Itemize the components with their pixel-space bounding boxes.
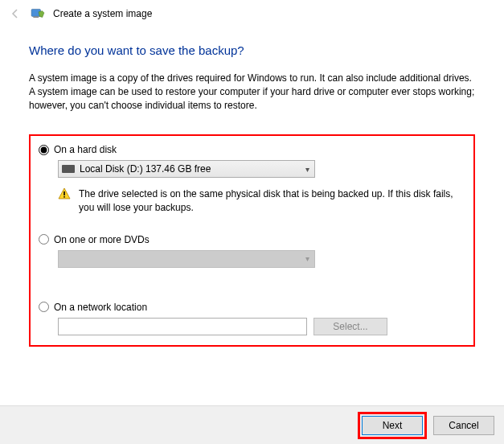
label-hard-disk: On a hard disk (54, 144, 117, 155)
drive-icon (62, 165, 75, 173)
chevron-down-icon: ▾ (305, 254, 309, 263)
radio-network[interactable] (39, 302, 49, 312)
select-network-button: Select... (313, 318, 387, 335)
label-network: On a network location (54, 302, 147, 313)
option-dvd[interactable]: On one or more DVDs (39, 234, 465, 245)
content-area: Where do you want to save the backup? A … (0, 27, 504, 355)
shield-monitor-icon (31, 6, 45, 21)
next-button[interactable]: Next (362, 416, 423, 435)
cancel-button[interactable]: Cancel (433, 416, 494, 435)
radio-hard-disk[interactable] (39, 145, 49, 155)
option-network[interactable]: On a network location (39, 302, 465, 313)
page-description: A system image is a copy of the drives r… (29, 72, 475, 112)
dvd-select-dropdown: ▾ (58, 250, 315, 268)
warning-text: The drive selected is on the same physic… (79, 187, 465, 215)
radio-dvd[interactable] (39, 234, 49, 245)
svg-rect-3 (64, 196, 65, 198)
label-dvd: On one or more DVDs (54, 234, 150, 245)
svg-rect-2 (64, 191, 65, 195)
back-arrow-icon[interactable] (8, 6, 23, 21)
drive-select-dropdown[interactable]: Local Disk (D:) 137.46 GB free ▾ (58, 160, 315, 178)
network-path-input[interactable] (58, 318, 307, 335)
svg-rect-1 (33, 16, 39, 18)
options-panel: On a hard disk Local Disk (D:) 137.46 GB… (29, 134, 475, 347)
window-title: Create a system image (53, 8, 152, 19)
warning-icon (58, 187, 71, 200)
chevron-down-icon: ▾ (305, 165, 309, 174)
network-location-row: Select... (58, 318, 465, 335)
warning-row: The drive selected is on the same physic… (58, 187, 465, 215)
drive-select-value: Local Disk (D:) 137.46 GB free (80, 163, 311, 175)
next-highlight: Next (358, 412, 427, 439)
footer-bar: Next Cancel (0, 405, 504, 444)
page-heading: Where do you want to save the backup? (29, 43, 475, 57)
option-hard-disk[interactable]: On a hard disk (39, 144, 465, 155)
wizard-header: Create a system image (0, 0, 504, 27)
